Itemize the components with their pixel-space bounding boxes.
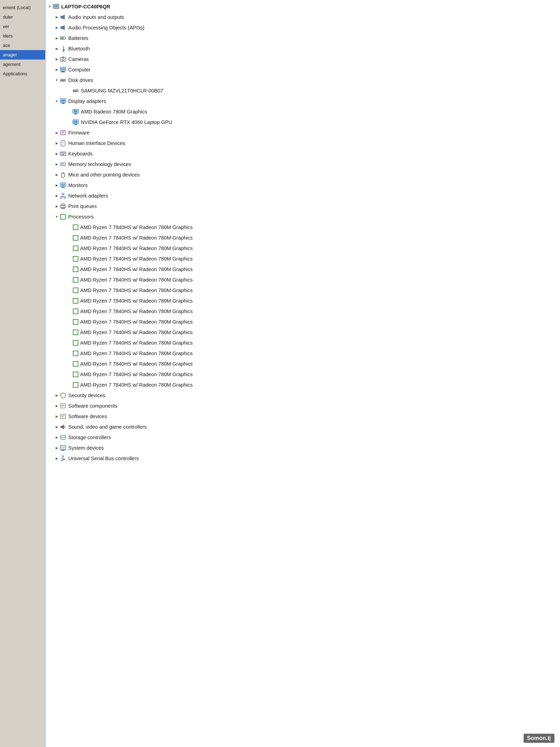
tree-expander[interactable] [66,88,72,94]
sidebar-item-6[interactable]: agement [0,60,45,69]
tree-item[interactable]: ▶ Print queues [46,201,560,212]
tree-expander[interactable]: ▶ [54,403,59,409]
tree-item[interactable]: ▶ Universal Serial Bus controllers [46,453,560,464]
sidebar-item-7[interactable]: Applications [0,69,45,78]
tree-item[interactable]: NVIDIA GeForce RTX 4060 Laptop GPU [46,117,560,127]
tree-expander[interactable]: ▼ [54,214,59,220]
tree-expander[interactable] [66,298,72,304]
tree-expander[interactable]: ▶ [54,161,59,167]
tree-expander[interactable] [66,235,72,241]
tree-expander[interactable]: ▶ [54,35,59,41]
tree-item[interactable]: AMD Ryzen 7 7840HS w/ Radeon 780M Graphi… [46,254,560,264]
sidebar-item-5[interactable]: anager [0,50,45,60]
tree-item[interactable]: SAMSUNG MZVL21T0HCLR-00B07 [46,85,560,96]
root-expander[interactable]: ▼ [47,4,52,9]
tree-expander[interactable]: ▶ [54,130,59,136]
sidebar-item-1[interactable]: duler [0,12,45,22]
tree-item[interactable]: ▶ Software devices [46,411,560,422]
tree-expander[interactable]: ▶ [54,140,59,146]
tree-expander[interactable] [66,361,72,367]
tree-expander[interactable] [66,351,72,356]
tree-expander[interactable]: ▶ [54,393,59,398]
tree-expander[interactable]: ▶ [54,424,59,430]
tree-item[interactable]: AMD Ryzen 7 7840HS w/ Radeon 780M Graphi… [46,359,560,369]
tree-item[interactable]: ▶ Software components [46,401,560,411]
tree-item[interactable]: AMD Ryzen 7 7840HS w/ Radeon 780M Graphi… [46,317,560,327]
tree-item[interactable]: ▶ Firmware [46,127,560,138]
tree-expander[interactable] [66,277,72,283]
tree-expander[interactable]: ▶ [54,414,59,419]
tree-expander[interactable]: ▼ [54,77,59,83]
tree-expander[interactable]: ▶ [54,445,59,451]
tree-expander[interactable] [66,109,72,115]
tree-expander[interactable] [66,372,72,377]
tree-item[interactable]: AMD Ryzen 7 7840HS w/ Radeon 780M Graphi… [46,369,560,380]
sidebar-item-4[interactable]: ace [0,41,45,50]
tree-item[interactable]: ▶ Audio Processing Objects (APOs) [46,22,560,33]
tree-expander[interactable]: ▶ [54,46,59,51]
tree-item[interactable]: ▼ Processors [46,212,560,222]
tree-expander[interactable] [66,288,72,293]
tree-expander[interactable]: ▶ [54,25,59,30]
tree-expander[interactable] [66,340,72,346]
tree-expander[interactable] [66,382,72,388]
tree-item[interactable]: AMD Ryzen 7 7840HS w/ Radeon 780M Graphi… [46,348,560,359]
tree-expander[interactable]: ▶ [54,182,59,188]
tree-item[interactable]: ▼ Display adapters [46,96,560,106]
tree-item[interactable]: ▶ System devices [46,443,560,453]
tree-item[interactable]: AMD Ryzen 7 7840HS w/ Radeon 780M Graphi… [46,306,560,317]
tree-expander[interactable] [66,319,72,325]
tree-item[interactable]: AMD Ryzen 7 7840HS w/ Radeon 780M Graphi… [46,264,560,275]
tree-expander[interactable]: ▶ [54,435,59,440]
tree-expander[interactable]: ▶ [54,193,59,199]
tree-item[interactable]: ▼ Disk drives [46,75,560,85]
tree-item[interactable]: ▶ Audio inputs and outputs [46,12,560,22]
tree-expander[interactable]: ▶ [54,151,59,157]
sidebar-item-3[interactable]: lders [0,31,45,41]
svg-rect-78 [62,450,64,450]
tree-item[interactable]: ▶ Human Interface Devices [46,138,560,148]
tree-expander[interactable] [66,245,72,251]
tree-item[interactable]: AMD Ryzen 7 7840HS w/ Radeon 780M Graphi… [46,296,560,306]
tree-expander[interactable] [66,309,72,314]
tree-expander[interactable] [66,330,72,335]
tree-item[interactable]: AMD Ryzen 7 7840HS w/ Radeon 780M Graphi… [46,380,560,390]
tree-item[interactable]: ▶ ⭳ Bluetooth [46,43,560,54]
tree-item[interactable]: AMD Ryzen 7 7840HS w/ Radeon 780M Graphi… [46,222,560,233]
tree-expander[interactable]: ▶ [54,172,59,178]
svg-rect-54 [62,187,64,187]
tree-item[interactable]: AMD Ryzen 7 7840HS w/ Radeon 780M Graphi… [46,233,560,243]
tree-expander[interactable]: ▶ [54,14,59,20]
tree-expander[interactable] [66,224,72,230]
tree-item[interactable]: ▶ Security devices [46,390,560,401]
sidebar-item-2[interactable]: ver [0,22,45,31]
tree-expander[interactable]: ▶ [54,67,59,72]
tree-item[interactable]: ▶ Keyboards [46,148,560,159]
tree-item[interactable]: ▶ Computer [46,64,560,75]
tree-expander[interactable]: ▶ [54,56,59,62]
tree-expander[interactable]: ▶ [54,203,59,209]
tree-item[interactable]: AMD Ryzen 7 7840HS w/ Radeon 780M Graphi… [46,275,560,285]
tree-item[interactable]: AMD Ryzen 7 7840HS w/ Radeon 780M Graphi… [46,243,560,254]
tree-item[interactable]: ▶ Storage controllers [46,432,560,443]
tree-item[interactable]: ▶ Sound, video and game controllers [46,422,560,432]
tree-item[interactable]: ▶ Batteries [46,33,560,43]
svg-rect-53 [61,184,65,186]
tree-expander[interactable]: ▶ [54,456,59,461]
tree-expander[interactable]: ▼ [54,98,59,104]
tree-item[interactable]: ▶ Monitors [46,180,560,191]
tree-item[interactable]: ▶ Mice and other pointing devices [46,170,560,180]
tree-item[interactable]: ▶ Cameras [46,54,560,64]
tree-expander[interactable] [66,119,72,125]
sidebar-item-0[interactable]: ement (Local) [0,3,45,12]
tree-item[interactable]: AMD Radeon 780M Graphics [46,106,560,117]
tree-item[interactable]: ▶ Network adapters [46,191,560,201]
tree-expander[interactable] [66,256,72,262]
tree-item[interactable]: AMD Ryzen 7 7840HS w/ Radeon 780M Graphi… [46,285,560,296]
tree-item[interactable]: AMD Ryzen 7 7840HS w/ Radeon 780M Graphi… [46,338,560,348]
tree-expander[interactable] [66,267,72,272]
tree-item[interactable]: AMD Ryzen 7 7840HS w/ Radeon 780M Graphi… [46,327,560,338]
tree-item[interactable]: ▶ Memory technology devices [46,159,560,170]
root-node[interactable]: ▼ LAPTOP-CC40P6QR [46,1,560,12]
svg-rect-79 [61,450,65,451]
